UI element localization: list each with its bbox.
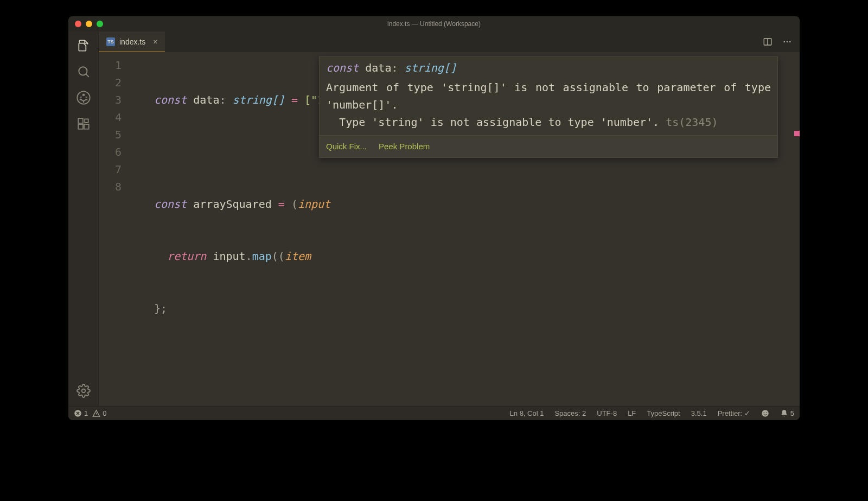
status-problems[interactable]: 1 0 [74,409,106,417]
explorer-icon[interactable] [76,38,91,53]
hover-tooltip: const data: string[] Argument of type 's… [319,56,778,158]
more-actions-icon[interactable] [782,37,792,47]
editor-actions [763,31,800,52]
split-editor-icon[interactable] [763,37,773,47]
svg-point-10 [787,41,788,43]
settings-gear-icon[interactable] [76,383,91,398]
minimize-window-button[interactable] [86,21,92,27]
maximize-window-button[interactable] [97,21,103,27]
titlebar: index.ts — Untitled (Workspace) [68,16,800,31]
tab-filename: index.ts [119,37,145,46]
code-editor[interactable]: 1 2 3 4 5 6 7 8 const data: string[] = [… [99,52,800,406]
status-ts-version[interactable]: 3.5.1 [691,409,707,417]
svg-point-14 [763,412,764,413]
window-controls [68,21,103,27]
svg-rect-5 [84,124,89,129]
status-notifications[interactable]: 5 [780,409,794,417]
error-marker[interactable] [794,131,800,136]
search-icon[interactable] [76,64,91,79]
svg-point-0 [79,67,87,75]
editor-area: TS index.ts × 1 2 3 [99,31,800,406]
peek-problem-link[interactable]: Peek Problem [379,138,430,155]
status-feedback-icon[interactable] [761,409,769,417]
close-window-button[interactable] [75,21,81,27]
svg-rect-6 [85,119,88,123]
quick-fix-link[interactable]: Quick Fix... [326,138,367,155]
window-body: TS index.ts × 1 2 3 [68,31,800,406]
svg-rect-3 [78,118,83,123]
hover-error-message: Argument of type 'string[]' is not assig… [320,78,777,135]
status-encoding[interactable]: UTF-8 [597,409,617,417]
svg-point-7 [81,389,85,393]
svg-point-15 [766,412,767,413]
tab-bar: TS index.ts × [99,31,800,52]
svg-rect-4 [78,124,83,129]
hover-actions: Quick Fix... Peek Problem [320,135,777,157]
editor-window: index.ts — Untitled (Workspace) TS [68,16,800,420]
svg-point-9 [783,41,785,43]
extensions-icon[interactable] [76,116,91,131]
svg-point-11 [789,41,791,43]
hover-signature: const data: string[] [320,57,777,78]
svg-point-13 [762,410,769,417]
status-prettier[interactable]: Prettier: ✓ [718,409,750,417]
debug-icon[interactable] [76,90,91,105]
activity-bar [68,31,99,406]
status-language[interactable]: TypeScript [647,409,680,417]
typescript-file-icon: TS [106,37,115,46]
close-tab-icon[interactable]: × [150,37,157,46]
status-bar: 1 0 Ln 8, Col 1 Spaces: 2 UTF-8 LF TypeS… [68,406,800,420]
svg-point-2 [82,94,84,96]
status-eol[interactable]: LF [628,409,636,417]
window-title: index.ts — Untitled (Workspace) [68,20,800,28]
line-gutter: 1 2 3 4 5 6 7 8 [99,56,138,195]
tab-index-ts[interactable]: TS index.ts × [99,31,165,52]
status-cursor-position[interactable]: Ln 8, Col 1 [510,409,544,417]
status-indentation[interactable]: Spaces: 2 [554,409,586,417]
overview-ruler[interactable] [792,52,800,406]
